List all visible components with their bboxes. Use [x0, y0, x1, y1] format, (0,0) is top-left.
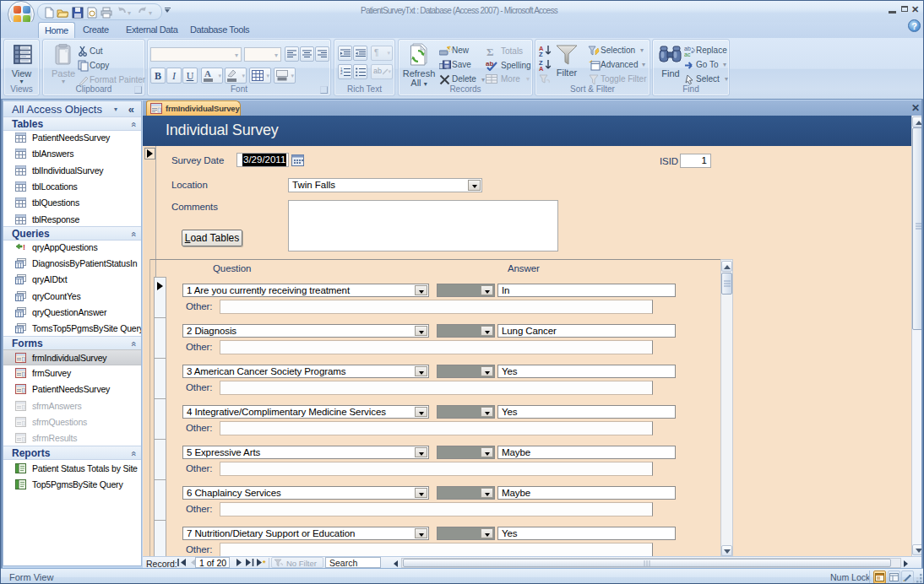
svg-text:2: 2 — [340, 71, 343, 75]
svg-text:!: ! — [23, 243, 25, 251]
svg-text:ac: ac — [684, 51, 691, 57]
svg-text:*: * — [263, 559, 266, 566]
svg-text:Z: Z — [539, 51, 543, 57]
svg-text:ab: ab — [684, 46, 691, 51]
svg-text:A: A — [539, 65, 544, 71]
